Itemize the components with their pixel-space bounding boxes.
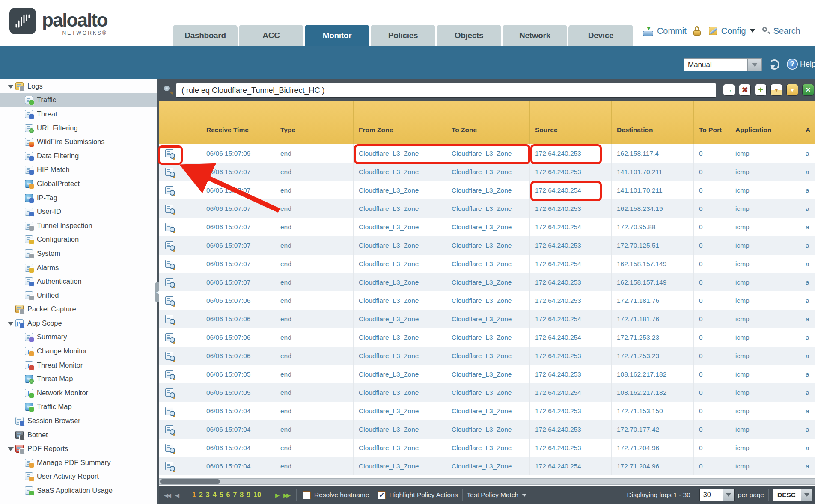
search-button[interactable]: Search: [762, 26, 800, 36]
next-page-button[interactable]: ▶: [275, 492, 278, 498]
sidebar-item-threat-monitor[interactable]: Threat Monitor: [0, 358, 157, 372]
load-filter-icon[interactable]: ▼: [786, 84, 798, 96]
horizontal-scrollbar[interactable]: [159, 478, 815, 485]
tab-objects[interactable]: Objects: [437, 25, 501, 46]
refresh-mode-select[interactable]: [684, 58, 762, 71]
expand-arrow-app-scope[interactable]: [6, 319, 15, 327]
sidebar-item-summary[interactable]: Summary: [0, 330, 157, 344]
page-number-5[interactable]: 5: [220, 491, 223, 499]
sidebar-item-pdf-reports[interactable]: PDF Reports: [0, 442, 157, 456]
tab-monitor[interactable]: Monitor: [305, 25, 369, 46]
page-number-10[interactable]: 10: [253, 491, 261, 499]
log-detail-icon[interactable]: [165, 205, 173, 213]
tab-acc[interactable]: ACC: [239, 25, 303, 46]
first-page-button[interactable]: ◀◀: [164, 492, 170, 498]
column-header-application[interactable]: Application: [730, 101, 800, 144]
log-detail-icon[interactable]: [165, 241, 173, 249]
clear-filter-icon[interactable]: ✖: [739, 84, 751, 96]
log-detail-icon[interactable]: [165, 278, 173, 286]
tab-policies[interactable]: Policies: [371, 25, 435, 46]
sidebar-item-change-monitor[interactable]: Change Monitor: [0, 344, 157, 358]
sidebar-item-wildfire-submissions[interactable]: WildFire Submissions: [0, 135, 157, 149]
log-detail-icon[interactable]: [165, 425, 173, 433]
sidebar-item-configuration[interactable]: Configuration: [0, 233, 157, 247]
page-number-4[interactable]: 4: [213, 491, 217, 499]
page-number-2[interactable]: 2: [199, 491, 203, 499]
sort-order-select[interactable]: DESC: [773, 489, 801, 501]
sidebar-item-system[interactable]: System: [0, 246, 157, 261]
column-header-a[interactable]: A: [800, 101, 815, 144]
last-page-button[interactable]: ▶▶: [283, 492, 289, 498]
log-detail-icon[interactable]: [165, 407, 173, 415]
sidebar-item-traffic-map[interactable]: Traffic Map: [0, 400, 157, 414]
column-header-destination[interactable]: Destination: [612, 101, 694, 144]
column-header-to-port[interactable]: To Port: [694, 101, 730, 144]
sidebar-item-user-activity-report[interactable]: User Activity Report: [0, 470, 157, 484]
resolve-hostname-checkbox[interactable]: [303, 491, 311, 499]
sidebar-item-saas-application-usage[interactable]: SaaS Application Usage: [0, 483, 157, 498]
log-detail-icon[interactable]: [165, 352, 173, 360]
column-header-to-zone[interactable]: To Zone: [446, 101, 530, 144]
filter-query-input[interactable]: [176, 83, 716, 98]
log-detail-icon[interactable]: [165, 444, 173, 452]
sidebar-item-unified[interactable]: Unified: [0, 288, 157, 302]
filter-builder-icon[interactable]: ▼: [770, 84, 782, 96]
per-page-dropdown-arrow[interactable]: [723, 489, 735, 501]
column-header-type[interactable]: Type: [275, 101, 354, 144]
sidebar-item-threat[interactable]: Threat: [0, 107, 157, 121]
sort-order-dropdown-arrow[interactable]: [801, 489, 812, 501]
sidebar-item-threat-map[interactable]: Threat Map: [0, 372, 157, 386]
sidebar-item-tunnel-inspection[interactable]: Tunnel Inspection: [0, 219, 157, 233]
highlight-policy-actions-checkbox[interactable]: ✓: [378, 491, 386, 499]
sidebar-item-logs[interactable]: Logs: [0, 79, 157, 93]
refresh-mode-value[interactable]: [684, 58, 747, 71]
sidebar-item-traffic[interactable]: Traffic: [0, 93, 157, 107]
sidebar-item-globalprotect[interactable]: GlobalProtect: [0, 177, 157, 191]
log-detail-icon[interactable]: [165, 223, 173, 231]
log-detail-icon[interactable]: [165, 260, 173, 268]
test-policy-match-button[interactable]: Test Policy Match: [467, 491, 527, 499]
page-number-8[interactable]: 8: [240, 491, 244, 499]
sidebar-item-botnet[interactable]: Botnet: [0, 428, 157, 442]
log-detail-icon[interactable]: [165, 168, 173, 176]
log-detail-icon[interactable]: [165, 333, 173, 341]
apply-filter-icon[interactable]: →: [723, 84, 735, 96]
log-detail-icon[interactable]: [165, 388, 173, 397]
sidebar-item-hip-match[interactable]: HIP Match: [0, 163, 157, 177]
lock-icon[interactable]: [693, 26, 701, 36]
refresh-mode-dropdown-arrow[interactable]: [747, 58, 762, 71]
sidebar-item-manage-pdf-summary[interactable]: Manage PDF Summary: [0, 456, 157, 470]
sidebar-item-network-monitor[interactable]: Network Monitor: [0, 386, 157, 400]
tab-network[interactable]: Network: [503, 25, 567, 46]
column-header-blank-1[interactable]: [180, 101, 201, 144]
tab-device[interactable]: Device: [568, 25, 633, 46]
column-header-source[interactable]: Source: [530, 101, 612, 144]
sidebar-item-user-id[interactable]: User-ID: [0, 205, 157, 219]
log-detail-icon[interactable]: [165, 315, 173, 323]
per-page-input[interactable]: [699, 489, 723, 501]
help-button[interactable]: ? Help: [787, 59, 815, 70]
page-number-7[interactable]: 7: [233, 491, 237, 499]
sidebar-item-session-browser[interactable]: Session Browser: [0, 414, 157, 428]
page-number-6[interactable]: 6: [226, 491, 230, 499]
sidebar-item-ip-tag[interactable]: IP-Tag: [0, 191, 157, 205]
expand-arrow-pdf-reports[interactable]: [6, 445, 15, 453]
log-detail-icon[interactable]: [165, 462, 173, 470]
column-header-blank-0[interactable]: [159, 101, 180, 144]
tab-dashboard[interactable]: Dashboard: [173, 25, 238, 46]
add-filter-icon[interactable]: +: [755, 84, 767, 96]
prev-page-button[interactable]: ◀: [175, 492, 178, 498]
log-detail-icon[interactable]: [165, 186, 173, 194]
column-header-receive-time[interactable]: Receive Time: [201, 101, 275, 144]
export-logs-icon[interactable]: ✕: [802, 84, 814, 96]
refresh-icon[interactable]: [769, 59, 779, 70]
log-detail-icon[interactable]: [165, 296, 173, 305]
column-header-from-zone[interactable]: From Zone: [354, 101, 446, 144]
sidebar-item-app-scope[interactable]: App Scope: [0, 316, 157, 330]
page-number-1[interactable]: 1: [192, 491, 196, 499]
log-detail-icon[interactable]: [165, 149, 173, 157]
log-detail-icon[interactable]: [165, 370, 173, 378]
config-button[interactable]: Config: [708, 26, 755, 36]
page-number-9[interactable]: 9: [247, 491, 250, 499]
commit-button[interactable]: ▼ Commit: [643, 26, 687, 36]
